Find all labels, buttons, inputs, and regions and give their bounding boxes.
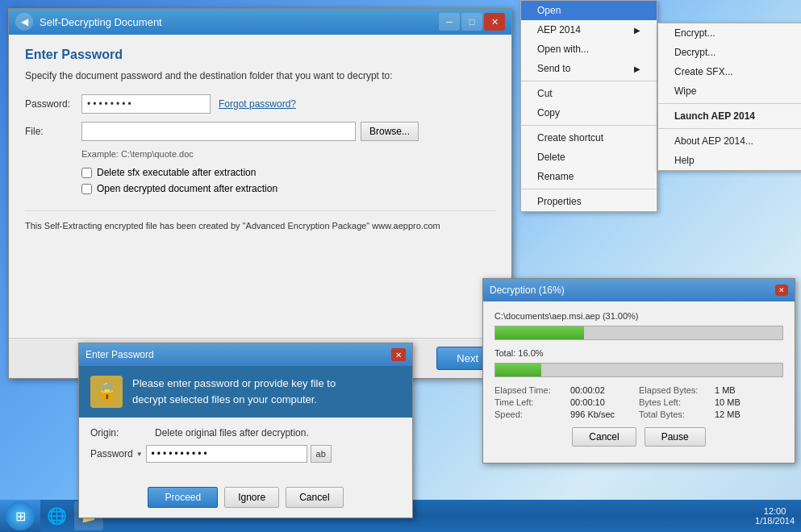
enter-pwd-titlebar: Enter Password ✕ bbox=[79, 343, 412, 366]
ctx-divider-3 bbox=[521, 189, 657, 189]
back-button[interactable]: ◀ bbox=[15, 13, 33, 31]
ctx-send-to-arrow: ▶ bbox=[634, 64, 640, 73]
ignore-button[interactable]: Ignore bbox=[224, 487, 279, 508]
total-progress-bar bbox=[494, 363, 783, 377]
ctx-open-with[interactable]: Open with... bbox=[521, 39, 657, 59]
time-left-value: 00:00:10 bbox=[570, 397, 605, 407]
stat-row-time-left: Time Left: 00:00:10 bbox=[494, 397, 639, 407]
ctx-rename-label: Rename bbox=[537, 171, 574, 182]
file-input[interactable]: C:\documents\aep.msi bbox=[81, 122, 356, 141]
main-window: ◀ Self-Decrypting Document ─ □ ✕ Enter P… bbox=[8, 8, 512, 379]
proceed-button[interactable]: Proceed bbox=[148, 487, 218, 508]
enter-pwd-close-button[interactable]: ✕ bbox=[391, 348, 406, 361]
speed-value: 996 Kb/sec bbox=[570, 409, 615, 419]
section-title: Enter Password bbox=[25, 48, 495, 62]
origin-row: Origin: Delete original files after decr… bbox=[90, 427, 401, 438]
ctx-open-with-label: Open with... bbox=[537, 44, 589, 55]
ctx-delete-label: Delete bbox=[537, 152, 565, 163]
ctx-properties-label: Properties bbox=[537, 196, 582, 207]
total-bytes-label: Total Bytes: bbox=[639, 409, 711, 419]
checkbox-row-1: Delete sfx executable after extraction bbox=[81, 167, 495, 178]
decrypt-footer: Cancel Pause bbox=[494, 427, 783, 453]
section-desc: Specify the document password and the de… bbox=[25, 70, 495, 81]
password-input[interactable] bbox=[81, 94, 211, 114]
pwd-dropdown-arrow[interactable]: ▼ bbox=[136, 451, 143, 458]
decrypt-title: Decryption (16%) bbox=[490, 285, 775, 296]
ctx-about-aep[interactable]: About AEP 2014... bbox=[658, 131, 801, 151]
stat-row-bytes-left: Bytes Left: 10 MB bbox=[639, 397, 783, 407]
decrypt-window: Decryption (16%) ✕ C:\documents\aep.msi.… bbox=[482, 278, 795, 463]
cancel-button-pwd[interactable]: Cancel bbox=[286, 487, 343, 508]
bottom-info: This Self-Extracting encrypted file has … bbox=[25, 210, 495, 231]
enter-password-dialog: Enter Password ✕ 🔒 Please enter password… bbox=[78, 343, 413, 518]
enter-pwd-footer: Proceed Ignore Cancel bbox=[79, 484, 412, 517]
open-decrypted-checkbox[interactable] bbox=[81, 184, 92, 194]
enter-pwd-form: Origin: Delete original files after decr… bbox=[79, 418, 412, 484]
ctx-create-sfx[interactable]: Create SFX... bbox=[658, 62, 801, 81]
ctx-launch-aep[interactable]: Launch AEP 2014 bbox=[658, 106, 801, 126]
maximize-button[interactable]: □ bbox=[461, 13, 482, 31]
forgot-password-link[interactable]: Forgot password? bbox=[219, 98, 296, 110]
ctx-divider-1 bbox=[521, 81, 657, 81]
elapsed-bytes-label: Elapsed Bytes: bbox=[639, 385, 711, 395]
ctx-send-to-label: Send to bbox=[537, 63, 570, 74]
ctx-divider-2 bbox=[521, 125, 657, 126]
ctx-encrypt[interactable]: Encrypt... bbox=[658, 23, 801, 43]
ctx-create-shortcut[interactable]: Create shortcut bbox=[521, 128, 657, 148]
elapsed-time-label: Elapsed Time: bbox=[494, 385, 567, 395]
cancel-button[interactable]: Cancel bbox=[572, 427, 636, 447]
enter-pwd-title: Enter Password bbox=[86, 349, 391, 360]
ctx-open-label: Open bbox=[537, 5, 561, 16]
origin-label: Origin: bbox=[90, 427, 155, 438]
ctx-properties[interactable]: Properties bbox=[521, 192, 657, 211]
start-button[interactable]: ⊞ bbox=[6, 501, 35, 530]
ctx-aep2014-label: AEP 2014 bbox=[537, 24, 581, 35]
decrypt-content: C:\documents\aep.msi.aep (31.00%) Total:… bbox=[483, 301, 795, 463]
checkbox-row-2: Open decrypted document after extraction bbox=[81, 183, 495, 194]
ctx-cut-label: Cut bbox=[537, 88, 553, 99]
ctx-rename[interactable]: Rename bbox=[521, 167, 657, 186]
ie-icon[interactable]: 🌐 bbox=[40, 501, 73, 530]
ctx-delete[interactable]: Delete bbox=[521, 148, 657, 167]
ctx-send-to[interactable]: Send to ▶ bbox=[521, 59, 657, 78]
example-text: Example: C:\temp\quote.doc bbox=[81, 149, 495, 159]
minimize-button[interactable]: ─ bbox=[439, 13, 460, 31]
total-bytes-value: 12 MB bbox=[715, 409, 741, 419]
ctx-decrypt[interactable]: Decrypt... bbox=[658, 43, 801, 62]
total-progress-fill bbox=[495, 364, 541, 376]
ctx-cut[interactable]: Cut bbox=[521, 84, 657, 103]
close-button[interactable]: ✕ bbox=[484, 13, 505, 31]
pwd-type-dropdown[interactable]: Password ▼ bbox=[90, 448, 143, 459]
taskbar-clock: 12:00 1/18/2014 bbox=[755, 506, 795, 526]
pause-button[interactable]: Pause bbox=[645, 427, 706, 447]
pwd-show-button[interactable]: ab bbox=[311, 445, 332, 463]
taskbar-start[interactable]: ⊞ bbox=[0, 500, 40, 532]
ctx-launch-aep-label: Launch AEP 2014 bbox=[674, 110, 755, 122]
main-window-title: Self-Decrypting Document bbox=[40, 16, 439, 28]
origin-value: Delete original files after decryption. bbox=[155, 427, 309, 438]
stat-row-elapsed-bytes: Elapsed Bytes: 1 MB bbox=[639, 385, 783, 395]
browse-button[interactable]: Browse... bbox=[361, 122, 419, 141]
delete-sfx-checkbox[interactable] bbox=[81, 168, 92, 178]
pwd-type-label: Password bbox=[90, 448, 133, 459]
file-label: File: bbox=[25, 126, 81, 137]
decrypt-titlebar: Decryption (16%) ✕ bbox=[483, 279, 795, 301]
ctx-wipe[interactable]: Wipe bbox=[658, 81, 801, 101]
ctx-open[interactable]: Open bbox=[521, 1, 657, 20]
ctx-copy[interactable]: Copy bbox=[521, 103, 657, 123]
ctx-submenu-divider-2 bbox=[658, 128, 801, 129]
ctx-create-shortcut-label: Create shortcut bbox=[537, 132, 603, 143]
ctx-aep2014[interactable]: AEP 2014 ▶ bbox=[521, 20, 657, 39]
bytes-left-value: 10 MB bbox=[715, 397, 741, 407]
speed-label: Speed: bbox=[494, 409, 567, 419]
file-progress-fill bbox=[495, 326, 584, 339]
enter-pwd-header: 🔒 Please enter password or provide key f… bbox=[79, 366, 412, 418]
time-left-label: Time Left: bbox=[494, 397, 567, 407]
pwd-field-input[interactable] bbox=[146, 445, 307, 463]
back-icon: ◀ bbox=[21, 16, 28, 27]
main-window-content: Enter Password Specify the document pass… bbox=[9, 35, 511, 243]
ctx-help[interactable]: Help bbox=[658, 151, 801, 170]
bytes-left-label: Bytes Left: bbox=[639, 397, 711, 407]
decrypt-close-button[interactable]: ✕ bbox=[775, 285, 788, 296]
password-row: Password: Forgot password? bbox=[25, 94, 495, 114]
